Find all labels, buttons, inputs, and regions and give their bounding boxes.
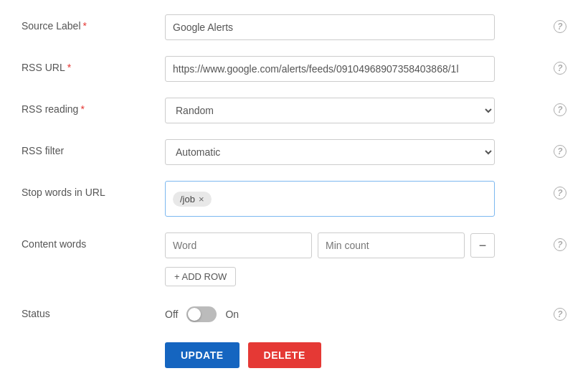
source-label-row: Source Label * ? <box>22 14 566 40</box>
content-words-inputs: − + ADD ROW <box>165 232 495 286</box>
rss-reading-select[interactable]: Random Latest Oldest <box>165 98 495 123</box>
status-toggle[interactable] <box>186 306 217 322</box>
content-words-input-row: − <box>165 232 495 258</box>
content-words-control: − + ADD ROW <box>165 232 545 286</box>
rss-filter-help-icon[interactable]: ? <box>554 145 566 158</box>
content-words-help-icon[interactable]: ? <box>554 238 566 251</box>
status-label: Status <box>22 302 165 319</box>
update-button[interactable]: UPDATE <box>165 342 240 368</box>
source-label-help[interactable]: ? <box>554 14 566 33</box>
rss-filter-row: RSS filter Automatic Manual ? <box>22 139 566 165</box>
rss-filter-select[interactable]: Automatic Manual <box>165 139 495 165</box>
remove-row-button[interactable]: − <box>470 233 495 258</box>
rss-reading-required-star: * <box>80 103 84 115</box>
status-help-icon[interactable]: ? <box>554 308 566 321</box>
add-row-button[interactable]: + ADD ROW <box>165 267 236 286</box>
status-control: Off On <box>165 302 545 322</box>
stop-words-help-icon[interactable]: ? <box>554 187 566 199</box>
stop-words-tags-input[interactable]: /job × <box>165 181 495 217</box>
rss-url-label: RSS URL * <box>22 56 165 73</box>
rss-reading-help-icon[interactable]: ? <box>554 103 566 116</box>
action-buttons-row: UPDATE DELETE <box>22 338 566 368</box>
rss-reading-row: RSS reading * Random Latest Oldest ? <box>22 98 566 123</box>
content-words-row: Content words − + ADD ROW ? <box>22 232 566 286</box>
tag-job: /job × <box>173 192 212 207</box>
buttons-control: UPDATE DELETE <box>165 338 566 368</box>
content-words-label: Content words <box>22 232 165 250</box>
source-label-label: Source Label * <box>22 14 165 32</box>
status-toggle-group: Off On <box>165 302 545 322</box>
stop-words-control: /job × <box>165 181 545 217</box>
rss-filter-help[interactable]: ? <box>554 139 566 158</box>
stop-words-row: Stop words in URL /job × ? <box>22 181 566 217</box>
status-row: Status Off On ? <box>22 302 566 322</box>
required-star: * <box>83 20 87 32</box>
status-off-label: Off <box>165 309 178 320</box>
tag-job-text: /job <box>180 194 195 205</box>
rss-url-control <box>165 56 545 82</box>
rss-url-required-star: * <box>67 62 71 73</box>
rss-url-help-icon[interactable]: ? <box>554 62 566 75</box>
status-help[interactable]: ? <box>554 302 566 321</box>
stop-words-help[interactable]: ? <box>554 181 566 199</box>
rss-url-row: RSS URL * ? <box>22 56 566 82</box>
rss-filter-label: RSS filter <box>22 139 165 156</box>
source-label-input[interactable] <box>165 14 495 40</box>
rss-reading-label: RSS reading * <box>22 98 165 115</box>
rss-reading-control: Random Latest Oldest <box>165 98 545 123</box>
toggle-thumb <box>188 308 201 321</box>
rss-filter-control: Automatic Manual <box>165 139 545 165</box>
stop-words-label: Stop words in URL <box>22 181 165 198</box>
status-on-label: On <box>225 309 239 320</box>
source-label-help-icon[interactable]: ? <box>554 20 566 33</box>
action-buttons: UPDATE DELETE <box>165 338 566 368</box>
source-label-control <box>165 14 545 40</box>
word-input[interactable] <box>165 232 312 258</box>
tag-job-remove[interactable]: × <box>199 194 204 204</box>
content-words-help[interactable]: ? <box>554 232 566 251</box>
rss-reading-help[interactable]: ? <box>554 98 566 116</box>
rss-url-input[interactable] <box>165 56 495 82</box>
delete-button[interactable]: DELETE <box>248 342 321 368</box>
min-count-input[interactable] <box>318 232 465 258</box>
rss-url-help[interactable]: ? <box>554 56 566 75</box>
